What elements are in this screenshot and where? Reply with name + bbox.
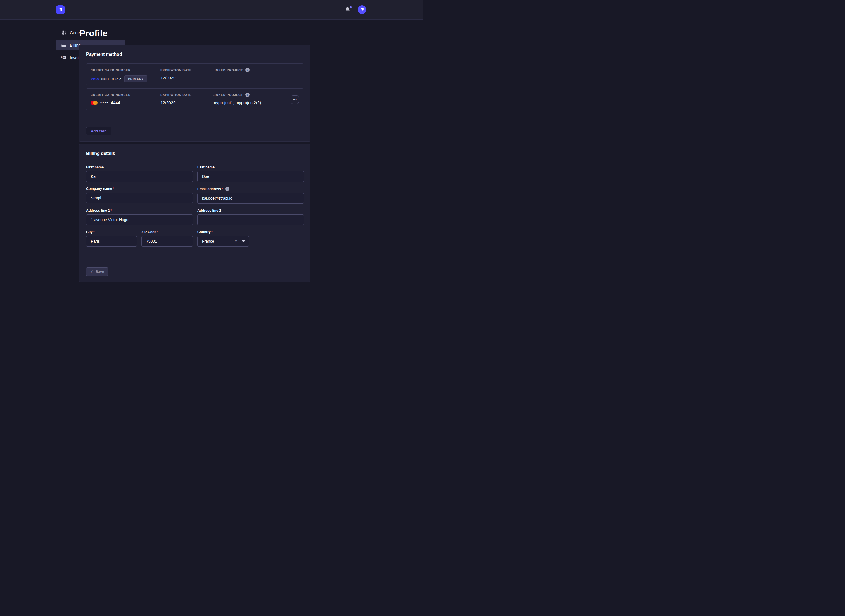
user-avatar[interactable]	[358, 5, 366, 14]
topbar-actions	[345, 5, 366, 14]
last-name-label: Last name	[197, 165, 304, 169]
settings-sidebar: General Billing $	[0, 19, 79, 285]
notification-dot	[350, 6, 351, 8]
chevron-down-icon[interactable]	[242, 241, 245, 242]
company-name-field: Company name *	[86, 187, 193, 204]
expiration-date-label: EXPIRATION DATE	[160, 93, 213, 97]
field-label-text: First name	[86, 165, 104, 169]
credit-card-number-label: CREDIT CARD NUMBER	[91, 68, 160, 72]
required-marker: *	[113, 187, 114, 191]
city-label: City *	[86, 230, 137, 234]
expiration-date-value: 12/2029	[160, 100, 213, 105]
linked-project-label: LINKED PROJECT i	[213, 93, 291, 97]
card-last4: 4444	[111, 100, 120, 105]
billing-details-heading: Billing details	[86, 151, 303, 156]
credit-card-number-value: VISA •••• 4242 PRIMARY	[91, 75, 160, 82]
credit-card-number-label: CREDIT CARD NUMBER	[91, 93, 160, 97]
save-button-label: Save	[96, 270, 104, 274]
card-last4: 4242	[112, 76, 121, 81]
country-select[interactable]: France ✕	[197, 236, 249, 246]
credit-card-col: CREDIT CARD NUMBER VISA •••• 4242 PRIMAR…	[91, 68, 160, 82]
invoice-icon: $	[61, 55, 66, 61]
city-zip-row: City * ZIP Code *	[86, 230, 193, 246]
avatar-strapi-glyph	[360, 7, 364, 12]
field-label-text: Address line 1	[86, 208, 110, 213]
card-actions-more-button[interactable]: •••	[291, 95, 299, 104]
visa-logo: VISA	[91, 77, 99, 81]
city-input[interactable]	[86, 236, 137, 246]
expiration-date-label: EXPIRATION DATE	[160, 68, 213, 72]
clear-selection-icon[interactable]: ✕	[234, 239, 238, 243]
city-field: City *	[86, 230, 137, 246]
required-marker: *	[157, 230, 159, 234]
billing-details-card: Billing details First name Last name	[79, 144, 310, 282]
required-marker: *	[211, 230, 213, 234]
credit-card-row-mastercard: CREDIT CARD NUMBER •••• 4444 EXPIRATION …	[86, 88, 303, 110]
required-marker: *	[110, 208, 112, 213]
field-label-text: Email address	[197, 187, 221, 191]
field-label-text: Address line 2	[197, 208, 221, 213]
credit-card-row-visa: CREDIT CARD NUMBER VISA •••• 4242 PRIMAR…	[86, 63, 303, 85]
company-name-label: Company name *	[86, 187, 193, 191]
credit-card-icon	[61, 43, 66, 48]
linked-project-col: LINKED PROJECT i –	[213, 68, 299, 80]
zip-code-field: ZIP Code *	[141, 230, 193, 246]
field-label-text: ZIP Code	[141, 230, 156, 234]
address-line2-field: Address line 2	[197, 208, 304, 225]
info-icon[interactable]: i	[245, 93, 250, 97]
required-marker: *	[93, 230, 95, 234]
payment-method-heading: Payment method	[86, 52, 303, 57]
last-name-field: Last name	[197, 165, 304, 182]
email-label: Email address * i	[197, 187, 304, 191]
first-name-field: First name	[86, 165, 193, 182]
add-card-button[interactable]: Add card	[86, 127, 111, 135]
main-content: Profile Payment method CREDIT CARD NUMBE…	[79, 19, 422, 285]
expiration-date-value: 12/2029	[160, 75, 213, 80]
svg-text:$: $	[61, 56, 63, 58]
credit-card-col: CREDIT CARD NUMBER •••• 4444	[91, 93, 160, 105]
primary-badge: PRIMARY	[124, 75, 147, 82]
first-name-input[interactable]	[86, 171, 193, 182]
company-name-input[interactable]	[86, 193, 193, 203]
address-line1-field: Address line 1 *	[86, 208, 193, 225]
card-dots: ••••	[100, 101, 109, 105]
linked-project-value: myproject1, myproject2(2)	[213, 100, 291, 105]
check-icon: ✓	[90, 270, 93, 274]
page-title: Profile	[79, 28, 422, 38]
field-label-text: City	[86, 230, 93, 234]
credit-card-number-value: •••• 4444	[91, 100, 160, 105]
notifications-bell-icon[interactable]	[345, 7, 350, 13]
zip-code-input[interactable]	[141, 236, 193, 246]
address-line1-label: Address line 1 *	[86, 208, 193, 213]
linked-project-label-text: LINKED PROJECT	[213, 68, 243, 72]
address-line2-input[interactable]	[197, 214, 304, 225]
linked-project-value: –	[213, 75, 299, 80]
mastercard-icon	[91, 101, 98, 105]
country-field: Country * France ✕	[197, 230, 304, 246]
strapi-logo[interactable]	[56, 5, 65, 14]
last-name-input[interactable]	[197, 171, 304, 182]
field-label-text: Company name	[86, 187, 112, 191]
strapi-logo-icon	[57, 7, 63, 13]
save-button[interactable]: ✓ Save	[86, 267, 108, 276]
expiration-col: EXPIRATION DATE 12/2029	[160, 93, 213, 105]
expiration-col: EXPIRATION DATE 12/2029	[160, 68, 213, 80]
first-name-label: First name	[86, 165, 193, 169]
info-icon[interactable]: i	[225, 187, 229, 191]
country-label: Country *	[197, 230, 304, 234]
linked-project-label: LINKED PROJECT i	[213, 68, 299, 72]
address-line1-input[interactable]	[86, 214, 193, 225]
payment-method-card: Payment method CREDIT CARD NUMBER VISA •…	[79, 45, 310, 142]
address-line2-label: Address line 2	[197, 208, 304, 213]
info-icon[interactable]: i	[245, 68, 250, 72]
country-select-value: France	[202, 239, 234, 243]
zip-code-label: ZIP Code *	[141, 230, 193, 234]
sliders-icon	[61, 30, 66, 35]
billing-form: First name Last name Company	[86, 165, 303, 252]
required-marker: *	[222, 187, 223, 191]
email-field: Email address * i	[197, 187, 304, 204]
card-dots: ••••	[101, 77, 110, 81]
linked-project-col: LINKED PROJECT i myproject1, myproject2(…	[213, 93, 291, 105]
top-bar	[0, 0, 422, 19]
email-input[interactable]	[197, 193, 304, 204]
